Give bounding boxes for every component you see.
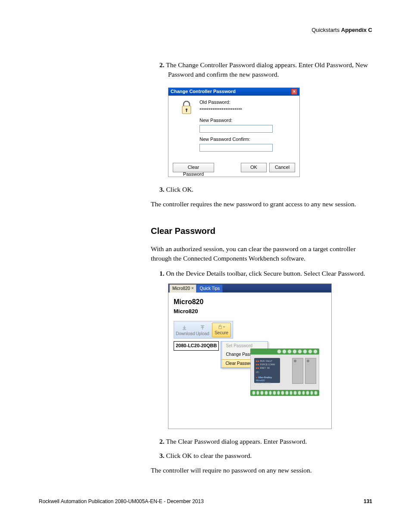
ok-button[interactable]: OK	[241, 163, 267, 172]
secure-lock-icon	[218, 324, 225, 330]
device-top-terminals	[250, 348, 319, 355]
steps-list-b: 1. On the Device Details toolbar, click …	[151, 269, 375, 278]
part-number: 2080-LC20-20QBB	[174, 341, 219, 351]
step-text: On the Device Details toolbar, click Sec…	[166, 270, 365, 277]
close-icon[interactable]: ×	[291, 89, 297, 95]
lock-icon	[180, 101, 193, 116]
tab-micro820[interactable]: Micro820 ×	[169, 284, 196, 293]
step-b-1: 1. On the Device Details toolbar, click …	[159, 269, 375, 278]
device-bottom-terminals	[250, 390, 319, 396]
paragraph-clear-intro: With an authorized session, you can clea…	[151, 244, 375, 264]
step-a-2: 2. The Change Controller Password dialog…	[159, 60, 375, 80]
clear-password-button[interactable]: Clear Password	[173, 163, 214, 172]
chevron-down-icon	[223, 326, 225, 328]
fields-column: Old Password: *********************** Ne…	[199, 99, 294, 155]
step-a-3: 3. Click OK.	[159, 185, 375, 194]
expansion-slot-1	[292, 358, 303, 384]
cancel-button[interactable]: Cancel	[269, 163, 295, 172]
dialog-titlebar: Change Controller Password ×	[168, 88, 299, 96]
device-model: Micro820	[256, 379, 278, 382]
dialog-buttons: Clear Password OK Cancel	[168, 159, 299, 177]
lock-icon-column	[174, 99, 199, 155]
secure-button[interactable]: Secure	[212, 323, 231, 337]
page-footer: Rockwell Automation Publication 2080-UM0…	[39, 498, 372, 504]
device-graphic: RUN FAULT FORCE COMM ENET SD I/O ● Allen…	[250, 348, 319, 409]
step-b-2: 2. The Clear Password dialog appears. En…	[159, 437, 375, 446]
step-marker: 3.	[159, 186, 165, 193]
step-b-3: 3. Click OK to clear the password.	[159, 451, 375, 460]
step-marker: 1.	[159, 270, 165, 277]
device-brand: Allen-Bradley	[258, 376, 272, 379]
step-marker: 3.	[159, 452, 165, 459]
download-button[interactable]: Download	[176, 325, 193, 337]
device-details-screenshot: Micro820 × Quick Tips Micro820 Micro820 …	[168, 283, 332, 429]
tab-label: Quick Tips	[199, 286, 220, 292]
upload-button[interactable]: Upload	[195, 325, 210, 337]
paragraph-session-note: The controller requires the new password…	[151, 199, 375, 209]
device-subtitle: Micro820	[174, 308, 326, 316]
appendix-name: Appendix C	[341, 27, 372, 33]
page-number: 131	[364, 498, 372, 504]
new-password-input[interactable]	[199, 125, 273, 133]
expansion-slot-2	[305, 358, 316, 384]
step-text: Click OK.	[166, 186, 194, 193]
tab-quick-tips[interactable]: Quick Tips	[196, 284, 223, 293]
step-text: The Change Controller Password dialog ap…	[166, 61, 368, 78]
paragraph-final: The controller will require no password …	[151, 466, 375, 475]
device-toolbar: Download Upload Se	[174, 321, 233, 339]
step-text: The Clear Password dialog appears. Enter…	[166, 438, 307, 445]
new-password-label: New Password:	[199, 117, 294, 124]
step-marker: 2.	[159, 61, 165, 68]
upload-label: Upload	[196, 331, 209, 336]
device-title: Micro820	[174, 297, 326, 307]
tab-bar: Micro820 × Quick Tips	[168, 284, 331, 292]
download-label: Download	[176, 331, 195, 336]
steps-list-a: 2. The Change Controller Password dialog…	[151, 60, 375, 80]
dialog-body: Old Password: *********************** Ne…	[168, 96, 299, 159]
step-marker: 2.	[159, 438, 165, 445]
publication-info: Rockwell Automation Publication 2080-UM0…	[39, 498, 204, 504]
page-header: Quickstarts Appendix C	[311, 27, 372, 33]
device-body: RUN FAULT FORCE COMM ENET SD I/O ● Allen…	[250, 355, 319, 390]
tab-label: Micro820	[172, 286, 190, 292]
steps-list-a-cont: 3. Click OK.	[151, 185, 375, 194]
dialog-title: Change Controller Password	[171, 88, 236, 95]
confirm-password-label: New Password Confirm:	[199, 136, 294, 143]
main-content: 2. The Change Controller Password dialog…	[151, 60, 375, 481]
steps-list-b-cont: 2. The Clear Password dialog appears. En…	[151, 437, 375, 460]
upload-icon	[195, 325, 210, 331]
device-front-label: RUN FAULT FORCE COMM ENET SD I/O ● Allen…	[254, 358, 280, 383]
secure-label: Secure	[215, 330, 228, 336]
download-icon	[176, 325, 193, 331]
old-password-label: Old Password:	[199, 99, 294, 106]
confirm-password-input[interactable]	[199, 144, 273, 152]
device-catalog: 2080-LC20-20QBB	[256, 382, 278, 385]
change-password-dialog: Change Controller Password × Old Passwor…	[168, 87, 300, 177]
svg-rect-2	[186, 110, 187, 112]
old-password-value: ***********************	[199, 107, 294, 113]
section-name: Quickstarts	[311, 27, 339, 33]
app-titles: Micro820 Micro820	[174, 297, 326, 316]
app-body: Micro820 Micro820 Download Upload	[168, 292, 331, 429]
svg-rect-3	[219, 327, 221, 329]
step-text: Click OK to clear the password.	[166, 452, 252, 459]
close-tab-icon[interactable]: ×	[191, 286, 193, 291]
heading-clear-password: Clear Password	[151, 225, 375, 237]
